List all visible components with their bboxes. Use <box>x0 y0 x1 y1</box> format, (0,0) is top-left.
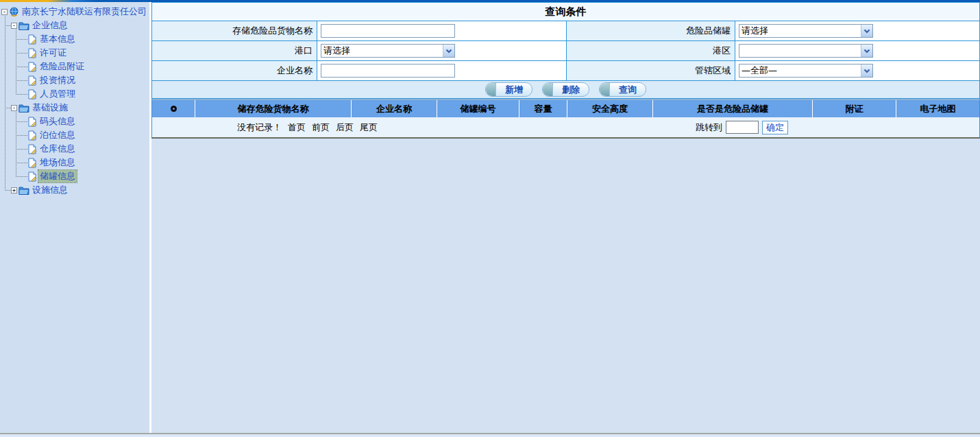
collapse-minus-icon[interactable]: - <box>11 105 17 111</box>
collapse-minus-icon[interactable]: - <box>11 23 17 29</box>
cargo-name-label: 存储危险品货物名称 <box>152 21 317 41</box>
pagination-left-group: 没有记录！ 首页 前页 后页 尾页 <box>237 117 378 137</box>
tree-item-dangerous-goods-cert[interactable]: 危险品附证 <box>0 60 149 73</box>
confirm-button[interactable]: 确定 <box>762 121 788 134</box>
prev-page-link[interactable]: 前页 <box>312 121 330 134</box>
delete-button[interactable]: 删除 <box>542 82 589 97</box>
delete-button-label: 删除 <box>553 83 589 96</box>
company-name-input[interactable] <box>321 64 455 78</box>
tree-branch-line <box>16 80 27 81</box>
results-table-header: 储存危险货物名称 企业名称 储罐编号 容量 安全高度 是否是危险品储罐 附证 电… <box>152 100 979 117</box>
search-button[interactable]: 查询 <box>599 82 646 97</box>
company-name-cell <box>317 61 567 81</box>
tree-item-label[interactable]: 危险品附证 <box>38 60 86 73</box>
chevron-down-icon[interactable] <box>861 25 872 37</box>
tree-item-license[interactable]: 许可证 <box>0 46 149 60</box>
add-button[interactable]: 新增 <box>485 82 532 97</box>
tree-item-infrastructure[interactable]: - 基础设施 <box>0 101 149 115</box>
chevron-down-icon[interactable] <box>861 45 872 57</box>
last-page-link[interactable]: 尾页 <box>360 121 378 134</box>
tree-item-personnel[interactable]: 人员管理 <box>0 87 149 101</box>
tree-item-label[interactable]: 堆场信息 <box>38 156 77 169</box>
tree-branch-line <box>16 149 27 150</box>
tree-item-wharf-info[interactable]: 码头信息 <box>0 115 149 128</box>
port-label: 港口 <box>152 41 317 61</box>
tree-branch-line <box>16 163 27 163</box>
button-cap-decoration <box>543 83 553 96</box>
tree-item-label[interactable]: 投资情况 <box>38 74 77 86</box>
tree-item-label[interactable]: 南京长宁水陆联运有限责任公司 <box>21 5 148 18</box>
sidebar-tree: - 南京长宁水陆联运有限责任公司 - 企业信息 基本信息 许可证 危险品附证 投… <box>0 2 149 432</box>
chevron-down-icon[interactable] <box>443 45 454 57</box>
tree-item-berth-info[interactable]: 泊位信息 <box>0 128 149 142</box>
tree-branch-line <box>16 135 27 136</box>
pagination-bar: 没有记录！ 首页 前页 后页 尾页 跳转到 确定 <box>152 117 979 137</box>
tree-branch-line <box>5 108 11 108</box>
tree-item-facility-info[interactable]: + 设施信息 <box>0 183 149 197</box>
document-edit-icon <box>27 144 37 154</box>
column-capacity: 容量 <box>519 100 567 117</box>
search-button-label: 查询 <box>610 83 646 96</box>
column-safe-height: 安全高度 <box>567 100 653 117</box>
dangerous-tank-select-value: 请选择 <box>739 25 861 37</box>
tree-branch-line <box>16 39 27 40</box>
folder-icon <box>19 186 29 195</box>
tree-item-warehouse-info[interactable]: 仓库信息 <box>0 142 149 156</box>
tree-item-label[interactable]: 企业信息 <box>31 19 69 32</box>
jurisdiction-select-value: —全部— <box>739 64 861 77</box>
select-all-column[interactable] <box>152 100 195 117</box>
column-attached-cert: 附证 <box>813 100 896 117</box>
column-cargo-name: 储存危险货物名称 <box>195 100 352 117</box>
tree-branch-line <box>16 94 27 95</box>
tree-item-label[interactable]: 设施信息 <box>31 184 69 196</box>
tree-item-yard-info[interactable]: 堆场信息 <box>0 156 149 169</box>
query-panel-title: 查询条件 <box>152 3 979 21</box>
tree-item-label[interactable]: 基础设施 <box>31 102 69 114</box>
results-table: 储存危险货物名称 企业名称 储罐编号 容量 安全高度 是否是危险品储罐 附证 电… <box>151 99 980 139</box>
cargo-name-input[interactable] <box>321 24 455 38</box>
select-all-icon[interactable] <box>171 106 177 112</box>
dangerous-tank-cell: 请选择 <box>735 21 979 41</box>
port-select[interactable]: 请选择 <box>321 44 455 58</box>
document-edit-icon <box>27 130 37 141</box>
document-edit-icon <box>27 158 37 168</box>
tree-branch-line <box>5 25 11 26</box>
query-form-grid: 存储危险品货物名称 危险品储罐 请选择 港口 请选择 港区 <box>152 21 979 81</box>
dangerous-tank-select[interactable]: 请选择 <box>739 24 873 38</box>
expand-plus-icon[interactable]: + <box>11 187 17 193</box>
tree-item-label[interactable]: 人员管理 <box>38 88 77 100</box>
tree-item-label[interactable]: 码头信息 <box>38 115 77 128</box>
chevron-down-icon[interactable] <box>861 64 872 77</box>
jurisdiction-select[interactable]: —全部— <box>739 64 873 78</box>
jump-to-label: 跳转到 <box>696 121 722 134</box>
tree-item-enterprise-info[interactable]: - 企业信息 <box>0 19 149 32</box>
tree-item-storage-tank-info[interactable]: 储罐信息 <box>0 169 149 183</box>
tree-item-basic-info[interactable]: 基本信息 <box>0 32 149 46</box>
collapse-minus-icon[interactable]: - <box>1 9 8 15</box>
tree-item-label[interactable]: 泊位信息 <box>38 129 77 141</box>
column-tank-number: 储罐编号 <box>437 100 519 117</box>
column-e-map: 电子地图 <box>896 100 979 117</box>
column-is-dangerous-tank: 是否是危险品储罐 <box>653 100 813 117</box>
tree-branch-line <box>16 121 27 122</box>
bottom-strip <box>0 434 980 437</box>
next-page-link[interactable]: 后页 <box>336 121 354 134</box>
column-company-name: 企业名称 <box>352 100 437 117</box>
tree-item-label[interactable]: 基本信息 <box>38 33 77 45</box>
port-area-cell <box>735 41 979 61</box>
document-edit-icon <box>27 172 37 182</box>
tree-item-company-root[interactable]: - 南京长宁水陆联运有限责任公司 <box>0 5 149 19</box>
document-edit-icon <box>27 62 37 72</box>
tree-item-label[interactable]: 许可证 <box>38 47 68 59</box>
tree-item-investment[interactable]: 投资情况 <box>0 73 149 87</box>
port-area-select[interactable] <box>739 44 873 58</box>
folder-icon <box>19 104 29 113</box>
tree-item-label[interactable]: 仓库信息 <box>38 143 77 155</box>
globe-icon <box>9 7 19 17</box>
first-page-link[interactable]: 首页 <box>288 121 306 134</box>
company-name-label: 企业名称 <box>152 61 317 81</box>
port-cell: 请选择 <box>317 41 567 61</box>
tree-item-label-selected[interactable]: 储罐信息 <box>38 170 77 182</box>
jump-page-input[interactable] <box>726 121 759 134</box>
tree-branch-line <box>16 53 27 54</box>
